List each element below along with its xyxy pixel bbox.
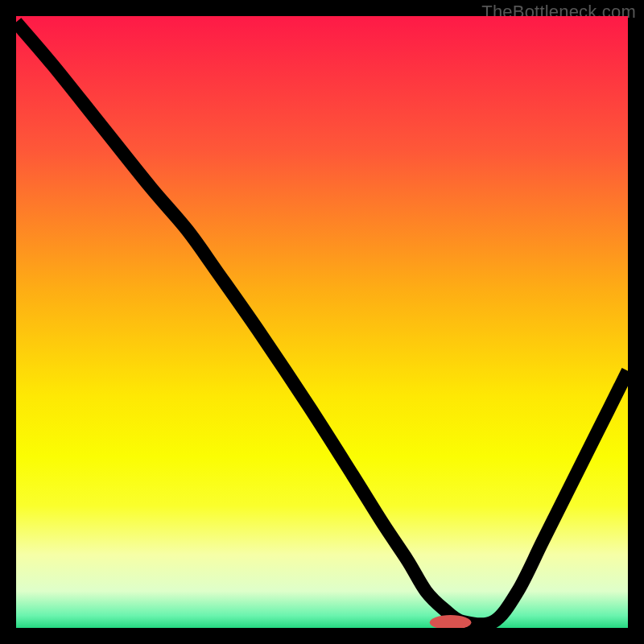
- bottleneck-chart: [16, 16, 628, 628]
- plot-background: [16, 16, 628, 628]
- chart-frame: TheBottleneck.com: [0, 0, 644, 644]
